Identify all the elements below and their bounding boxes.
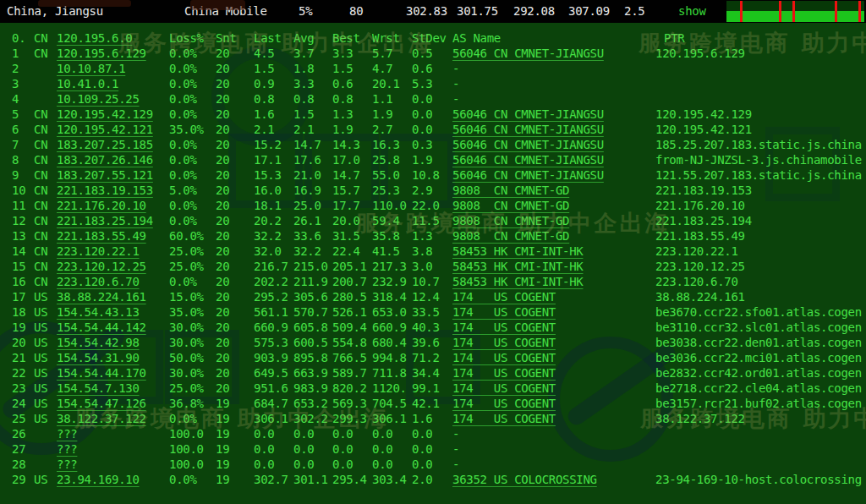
cell-ip[interactable]: 23.94.169.10: [57, 472, 169, 487]
cell-ip[interactable]: ???: [57, 457, 169, 472]
cell-avg: 301.1: [293, 472, 332, 487]
cell-asname[interactable]: -: [452, 76, 655, 91]
cell-ip[interactable]: 154.54.44.142: [57, 320, 169, 335]
cell-asname[interactable]: 56046 CN CMNET-JIANGSU: [452, 122, 655, 137]
cell-asname[interactable]: 58453 HK CMI-INT-HK: [452, 259, 655, 274]
cell-loss: 0.0%: [169, 46, 216, 61]
cell-ip[interactable]: 221.183.19.153: [57, 183, 169, 198]
cell-ptr: 221.176.20.10: [655, 198, 866, 213]
show-link[interactable]: show: [678, 4, 706, 18]
cell-best: 1.3: [332, 107, 372, 122]
cell-asname[interactable]: -: [452, 61, 655, 76]
cell-ip[interactable]: 183.207.25.185: [57, 137, 169, 152]
cell-asname[interactable]: 36352 US COLOCROSSING: [452, 472, 655, 487]
cell-last: 302.7: [254, 472, 293, 487]
cell-ptr: be3036.ccr22.mci01.atlas.cogen: [655, 350, 866, 365]
cell-ip[interactable]: 38.88.224.161: [57, 289, 169, 304]
cell-hop: 28: [12, 457, 34, 472]
header-target-ip[interactable]: 120.195.6.0: [57, 30, 169, 46]
cell-ip[interactable]: ???: [57, 441, 169, 457]
cell-hop: 16: [12, 274, 34, 289]
cell-avg: 25.0: [293, 198, 332, 213]
cell-ip[interactable]: 10.10.87.1: [57, 61, 169, 76]
cell-asname[interactable]: 9808 CN CMNET-GD: [452, 198, 655, 213]
cell-ip[interactable]: 154.54.31.90: [57, 350, 169, 365]
cell-ip[interactable]: 38.122.37.122: [57, 411, 169, 426]
cell-asname[interactable]: -: [452, 91, 655, 107]
cell-ip[interactable]: 120.195.42.121: [57, 122, 169, 137]
cell-ip[interactable]: 223.120.6.70: [57, 274, 169, 289]
cell-avg: 21.0: [293, 167, 332, 183]
cell-avg: 605.8: [293, 320, 332, 335]
cell-asname[interactable]: 174 US COGENT: [452, 289, 655, 304]
cell-ip[interactable]: 221.176.20.10: [57, 198, 169, 213]
trace-row: 1 CN 120.195.6.129 0.0% 20 4.5 3.7 3.3 5…: [0, 46, 866, 61]
cell-ip[interactable]: 154.54.43.13: [57, 304, 169, 320]
cell-ip[interactable]: 183.207.26.146: [57, 152, 169, 167]
cell-asname[interactable]: 174 US COGENT: [452, 304, 655, 320]
cell-asname[interactable]: 174 US COGENT: [452, 396, 655, 411]
cell-ip[interactable]: 183.207.55.121: [57, 167, 169, 183]
cell-ip[interactable]: ???: [57, 426, 169, 441]
cell-wrst: 660.9: [372, 320, 412, 335]
cell-asname[interactable]: -: [452, 441, 655, 457]
cell-ptr: 23-94-169-10-host.colocrossing: [655, 472, 866, 487]
cell-asname[interactable]: 56046 CN CMNET-JIANGSU: [452, 152, 655, 167]
cell-asname[interactable]: 9808 CN CMNET-GD: [452, 183, 655, 198]
cell-snt: 20: [216, 61, 254, 76]
cell-avg: 33.6: [293, 228, 332, 244]
trace-row: 13 CN 221.183.55.49 60.0% 20 32.2 33.6 3…: [0, 228, 866, 244]
cell-best: 20.0: [332, 213, 372, 228]
cell-loss: 0.0%: [169, 76, 216, 91]
cell-ip[interactable]: 154.54.7.130: [57, 381, 169, 396]
cell-asname[interactable]: -: [452, 457, 655, 472]
cell-snt: 20: [216, 213, 254, 228]
cell-asname[interactable]: 174 US COGENT: [452, 411, 655, 426]
cell-asname[interactable]: 174 US COGENT: [452, 381, 655, 396]
cell-ip[interactable]: 10.41.0.1: [57, 76, 169, 91]
cell-asname[interactable]: 174 US COGENT: [452, 365, 655, 381]
cell-last: 15.3: [254, 167, 293, 183]
cell-hop: 19: [12, 320, 34, 335]
cell-country: CN: [34, 213, 57, 228]
cell-stdev: 5.3: [412, 76, 452, 91]
cell-wrst: 25.8: [372, 152, 412, 167]
cell-loss: 0.0%: [169, 472, 216, 487]
cell-hop: 2: [12, 61, 34, 76]
cell-ip[interactable]: 120.195.6.129: [57, 46, 169, 61]
cell-best: 17.0: [332, 152, 372, 167]
cell-ip[interactable]: 221.183.55.49: [57, 228, 169, 244]
cell-ip[interactable]: 154.54.42.98: [57, 335, 169, 350]
cell-asname[interactable]: 58453 HK CMI-INT-HK: [452, 244, 655, 259]
cell-ip[interactable]: 10.109.25.25: [57, 91, 169, 107]
cell-ptr: 221.183.19.153: [655, 183, 866, 198]
cell-ip[interactable]: 120.195.42.129: [57, 107, 169, 122]
cell-asname[interactable]: 56046 CN CMNET-JIANGSU: [452, 167, 655, 183]
cell-asname[interactable]: 9808 CN CMNET-GD: [452, 213, 655, 228]
cell-snt: 20: [216, 198, 254, 213]
cell-hop: 14: [12, 244, 34, 259]
cell-wrst: 20.1: [372, 76, 412, 91]
cell-asname[interactable]: 56046 CN CMNET-JIANGSU: [452, 137, 655, 152]
cell-ptr: 120.195.42.129: [655, 107, 866, 122]
cell-asname[interactable]: 174 US COGENT: [452, 320, 655, 335]
trace-row: 7 CN 183.207.25.185 0.0% 20 15.2 14.7 14…: [0, 137, 866, 152]
cell-ip[interactable]: 223.120.12.25: [57, 259, 169, 274]
cell-asname[interactable]: -: [452, 426, 655, 441]
trace-row: 25 US 38.122.37.122 0.0% 19 306.1 302.2 …: [0, 411, 866, 426]
cell-asname[interactable]: 9808 CN CMNET-GD: [452, 228, 655, 244]
cell-ip[interactable]: 154.54.47.126: [57, 396, 169, 411]
trace-header-row: 0. CN 120.195.6.0 Loss% Snt Last Avg Bes…: [0, 30, 866, 46]
cell-asname[interactable]: 174 US COGENT: [452, 350, 655, 365]
cell-ip[interactable]: 154.54.44.170: [57, 365, 169, 381]
cell-ip[interactable]: 223.120.22.1: [57, 244, 169, 259]
topbar-isp: China Mobile: [184, 4, 267, 18]
cell-loss: 100.0: [169, 441, 216, 457]
cell-ip[interactable]: 221.183.25.194: [57, 213, 169, 228]
cell-asname[interactable]: 174 US COGENT: [452, 335, 655, 350]
cell-asname[interactable]: 56046 CN CMNET-JIANGSU: [452, 46, 655, 61]
cell-asname[interactable]: 56046 CN CMNET-JIANGSU: [452, 107, 655, 122]
cell-stdev: 10.7: [412, 274, 452, 289]
cell-asname[interactable]: 58453 HK CMI-INT-HK: [452, 274, 655, 289]
cell-last: 15.2: [254, 137, 293, 152]
